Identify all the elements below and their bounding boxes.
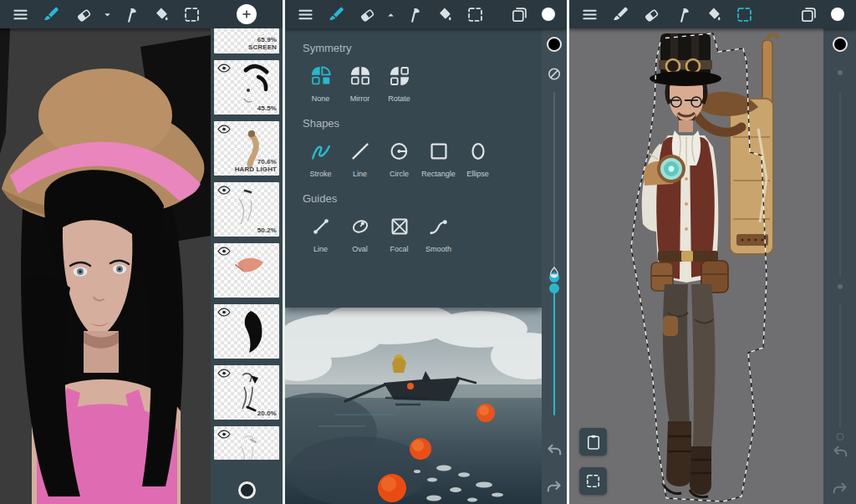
guide-option-focal[interactable]: Focal (381, 216, 417, 253)
shapes-section: Shapes Stroke Line (303, 117, 542, 178)
selection-tool-button[interactable] (579, 467, 607, 495)
guide-option-oval[interactable]: Oval (342, 216, 378, 253)
shape-option-stroke[interactable]: Stroke (303, 140, 339, 178)
primary-color-circle[interactable] (542, 8, 555, 21)
water-drop-icon[interactable] (548, 266, 561, 279)
shape-option-ellipse[interactable]: Ellipse (460, 140, 496, 178)
symmetry-option-mirror[interactable]: Mirror (342, 65, 378, 103)
rectangle-icon (428, 140, 450, 162)
eye-icon[interactable] (217, 125, 231, 134)
drawing-canvas-girl[interactable] (0, 28, 211, 504)
guides-section: Guides Line (303, 192, 542, 253)
symmetry-rotate-icon (389, 65, 410, 87)
layer-color-button[interactable] (238, 481, 256, 499)
water-drop-icon[interactable] (838, 284, 843, 289)
layer-item[interactable] (214, 304, 279, 359)
menu-icon[interactable] (574, 0, 605, 28)
option-label: Line (313, 245, 328, 253)
select-tool-icon[interactable] (729, 0, 760, 28)
brush-size-slider-track[interactable] (553, 92, 555, 277)
select-tool-icon[interactable] (176, 0, 207, 28)
option-label: Focal (390, 245, 408, 253)
layer-opacity: 70.6% (235, 158, 277, 166)
eye-icon[interactable] (217, 247, 231, 256)
add-layer-button[interactable] (237, 4, 257, 24)
layer-item[interactable]: 70.6%HARD LIGHT (214, 121, 279, 176)
guide-line-icon (310, 216, 332, 237)
guide-option-line[interactable]: Line (303, 216, 339, 253)
option-label: Circle (390, 170, 409, 178)
eraser-tool-icon[interactable] (636, 0, 667, 28)
transparent-color-icon[interactable] (838, 70, 843, 75)
eye-icon[interactable] (217, 430, 231, 439)
middle-toolbar (285, 0, 567, 28)
drawing-canvas-character[interactable] (569, 28, 856, 504)
layers-panel-icon[interactable] (793, 0, 824, 28)
eye-icon[interactable] (217, 308, 231, 317)
symmetry-mirror-icon (349, 65, 371, 87)
paste-icon (585, 434, 602, 451)
eraser-tool-icon[interactable] (352, 0, 383, 28)
transparent-color-icon[interactable] (548, 67, 562, 81)
opacity-slider-track[interactable] (839, 303, 841, 428)
layer-item[interactable]: 65.9%SCREEN (214, 28, 279, 53)
shape-option-line[interactable]: Line (342, 140, 378, 178)
eraser-tool-icon[interactable] (69, 0, 99, 28)
opacity-slider-thumb[interactable] (836, 433, 843, 440)
panel-tool-options: Symmetry None (285, 0, 567, 504)
eye-icon[interactable] (217, 369, 231, 378)
option-label: None (312, 94, 330, 103)
smudge-tool-icon[interactable] (115, 0, 145, 28)
select-tool-icon[interactable] (460, 0, 491, 28)
menu-icon[interactable] (290, 0, 321, 28)
menu-icon[interactable] (5, 0, 36, 28)
steampunk-character (569, 28, 856, 504)
symmetry-option-none[interactable]: None (303, 65, 339, 103)
fill-tool-icon[interactable] (145, 0, 176, 28)
secondary-color-circle[interactable] (833, 37, 848, 52)
brush-tool-icon[interactable] (321, 0, 352, 28)
layer-item[interactable]: 50.2% (214, 182, 279, 237)
smudge-tool-icon[interactable] (398, 0, 429, 28)
layer-item[interactable]: 20.0% (214, 365, 279, 420)
redo-icon[interactable] (545, 478, 563, 496)
redo-icon[interactable] (831, 480, 849, 498)
eye-icon[interactable] (217, 186, 231, 195)
caret-down-icon[interactable] (99, 0, 115, 28)
option-label: Ellipse (466, 170, 489, 178)
guide-option-smooth[interactable]: Smooth (420, 216, 456, 253)
option-label: Line (353, 170, 367, 178)
fill-tool-icon[interactable] (429, 0, 460, 28)
paste-button[interactable] (579, 428, 607, 456)
layer-opacity: 50.2% (257, 227, 277, 235)
panel-selection-view (569, 0, 856, 504)
shape-option-circle[interactable]: Circle (381, 140, 417, 178)
brush-tool-icon[interactable] (36, 0, 67, 28)
fill-tool-icon[interactable] (698, 0, 729, 28)
caret-up-icon[interactable] (383, 0, 398, 28)
undo-icon[interactable] (831, 443, 849, 461)
undo-icon[interactable] (545, 441, 563, 460)
option-label: Mirror (350, 94, 370, 103)
layers-panel-icon[interactable] (504, 0, 535, 28)
secondary-color-circle[interactable] (547, 37, 562, 52)
layer-item[interactable] (214, 243, 279, 298)
primary-color-circle[interactable] (831, 8, 844, 21)
brush-options-popup: Symmetry None (285, 28, 542, 308)
drawing-canvas-boat[interactable] (285, 308, 542, 504)
smudge-tool-icon[interactable] (667, 0, 698, 28)
guide-smooth-icon (428, 216, 450, 237)
guide-oval-icon (349, 216, 371, 237)
right-side-strip (823, 28, 856, 504)
shape-option-rectangle[interactable]: Rectangle (420, 140, 456, 178)
guide-focal-icon (389, 216, 410, 237)
layer-item[interactable]: 45.5% (214, 60, 279, 115)
ellipse-icon (467, 140, 489, 162)
layer-item[interactable] (214, 426, 279, 460)
circle-icon (389, 140, 410, 162)
opacity-slider-track[interactable] (553, 290, 555, 415)
eye-icon[interactable] (217, 64, 231, 73)
brush-tool-icon[interactable] (605, 0, 636, 28)
brush-size-slider-track[interactable] (839, 92, 841, 277)
symmetry-option-rotate[interactable]: Rotate (381, 65, 417, 103)
